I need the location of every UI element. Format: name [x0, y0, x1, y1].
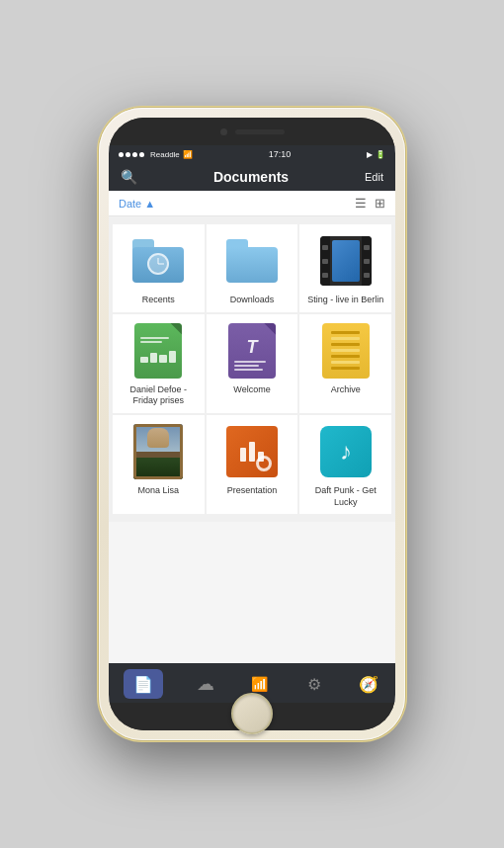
presentation-icon-container — [223, 423, 281, 480]
phone-device: Readdle 📶 17:10 ▶ 🔋 🔍 Documents Edit — [99, 108, 405, 740]
item-label: Daniel Defoe - Friday prises — [117, 384, 201, 407]
compass-tab-icon: 🧭 — [357, 672, 380, 696]
music-icon-container: ♪ — [317, 423, 375, 480]
doc-lines — [234, 361, 270, 371]
doc-t-icon: T — [246, 337, 257, 358]
archive-icon — [322, 323, 370, 379]
status-left: Readdle 📶 — [119, 150, 193, 159]
home-button[interactable] — [231, 693, 273, 734]
content-area: Date ▲ ☰ ⊞ — [109, 191, 395, 663]
sort-date[interactable]: Date ▲ — [119, 198, 155, 210]
doc-purple-container: T — [223, 322, 281, 380]
recents-icon-container — [129, 232, 187, 290]
view-toggle: ☰ ⊞ — [355, 196, 385, 211]
archive-icon-container — [317, 322, 375, 380]
item-label: Daft Punk - Get Lucky — [303, 485, 387, 508]
search-icon[interactable]: 🔍 — [121, 169, 137, 185]
item-label: Welcome — [233, 384, 270, 396]
item-label: Mona Lisa — [138, 485, 180, 497]
downloads-icon-container — [223, 232, 281, 290]
list-item[interactable]: Recents — [113, 224, 205, 312]
edit-button[interactable]: Edit — [365, 171, 383, 183]
phone-screen-area: Readdle 📶 17:10 ▶ 🔋 🔍 Documents Edit — [109, 118, 395, 730]
item-label: Downloads — [230, 295, 275, 306]
presentation-icon — [226, 426, 278, 477]
list-item[interactable]: Daniel Defoe - Friday prises — [113, 314, 205, 413]
film-icon — [320, 236, 372, 286]
screen: Readdle 📶 17:10 ▶ 🔋 🔍 Documents Edit — [109, 145, 395, 703]
status-bar: Readdle 📶 17:10 ▶ 🔋 — [109, 145, 395, 163]
doc-content — [140, 337, 176, 363]
chart-icon — [140, 349, 176, 363]
doc-purple-icon: T — [228, 323, 276, 379]
tab-files[interactable]: 📄 — [124, 669, 163, 699]
wifi-icon: 📶 — [183, 150, 193, 159]
list-item[interactable]: Sting - live in Berlin — [299, 224, 391, 312]
tab-settings[interactable]: ⚙ — [302, 672, 326, 696]
film-icon-container — [317, 232, 375, 290]
grid-view-icon[interactable]: ⊞ — [375, 196, 385, 211]
list-item[interactable]: T Welcome — [207, 314, 298, 413]
files-tab-icon: 📄 — [131, 672, 155, 696]
film-frame — [332, 240, 360, 282]
doc-green-icon — [134, 323, 182, 379]
folder-plain-icon — [226, 239, 278, 283]
status-time: 17:10 — [269, 149, 292, 159]
tab-cloud[interactable]: ☁ — [194, 672, 217, 696]
music-icon: ♪ — [320, 426, 372, 477]
nav-bar: 🔍 Documents Edit — [109, 163, 395, 191]
sort-arrow-icon: ▲ — [144, 198, 155, 210]
list-item[interactable]: ♪ Daft Punk - Get Lucky — [299, 415, 391, 514]
music-note-icon: ♪ — [340, 438, 352, 466]
list-item[interactable]: Archive — [299, 314, 391, 413]
camera-dot — [220, 128, 227, 135]
list-item[interactable]: Downloads — [207, 224, 298, 312]
painting-icon — [133, 424, 183, 479]
item-label: Archive — [331, 384, 361, 396]
pres-circle-icon — [256, 456, 272, 471]
zip-lines — [331, 331, 360, 370]
sort-bar: Date ▲ ☰ ⊞ — [109, 191, 395, 216]
battery-icon: 🔋 — [376, 150, 385, 159]
signal-dots — [119, 152, 144, 157]
item-label: Recents — [142, 295, 175, 306]
speaker-grill — [235, 129, 285, 134]
phone-top-bar — [109, 118, 395, 145]
carrier-label: Readdle — [150, 150, 180, 159]
list-view-icon[interactable]: ☰ — [355, 196, 367, 211]
item-label: Sting - live in Berlin — [307, 295, 383, 306]
sort-label: Date — [119, 198, 141, 210]
file-grid: Recents Downloads — [109, 216, 395, 522]
list-item[interactable]: Mona Lisa — [113, 415, 205, 514]
clock-icon — [147, 253, 169, 275]
folder-clock-icon — [132, 239, 184, 283]
list-item[interactable]: Presentation — [207, 415, 298, 514]
tab-compass[interactable]: 🧭 — [357, 672, 380, 696]
film-strip-right — [362, 236, 372, 286]
status-right: ▶ 🔋 — [367, 150, 385, 159]
film-strip-left — [320, 236, 330, 286]
location-icon: ▶ — [367, 150, 373, 159]
nav-title: Documents — [213, 169, 289, 185]
settings-tab-icon: ⚙ — [302, 672, 326, 696]
doc-green-container — [129, 322, 187, 380]
item-label: Presentation — [227, 485, 278, 497]
cloud-tab-icon: ☁ — [194, 672, 217, 696]
painting-icon-container — [129, 423, 187, 480]
